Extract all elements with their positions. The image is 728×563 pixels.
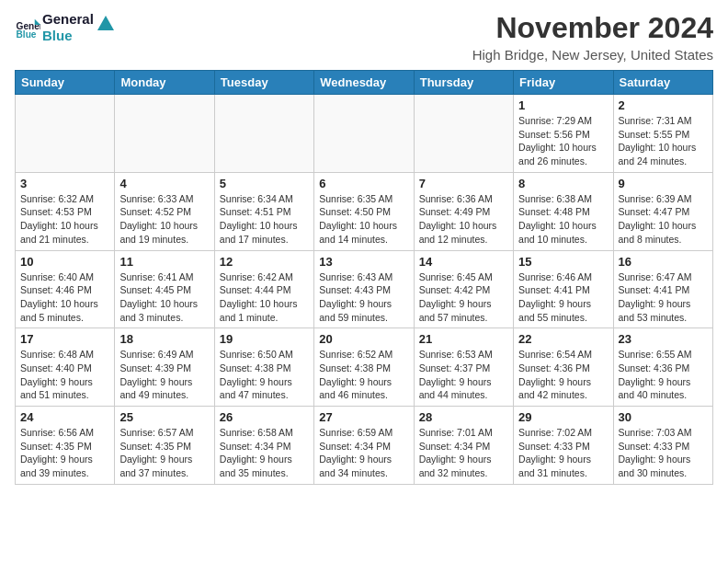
day-info: Sunrise: 6:38 AM Sunset: 4:48 PM Dayligh…: [518, 192, 608, 247]
day-info: Sunrise: 6:32 AM Sunset: 4:53 PM Dayligh…: [20, 192, 109, 247]
day-info: Sunrise: 7:31 AM Sunset: 5:55 PM Dayligh…: [619, 114, 708, 168]
calendar-cell: 24Sunrise: 6:56 AM Sunset: 4:35 PM Dayli…: [16, 407, 115, 485]
day-info: Sunrise: 7:01 AM Sunset: 4:34 PM Dayligh…: [419, 426, 508, 480]
day-number: 10: [20, 255, 109, 269]
calendar-cell: 13Sunrise: 6:43 AM Sunset: 4:43 PM Dayli…: [314, 250, 414, 328]
column-header-saturday: Saturday: [613, 71, 712, 95]
calendar-cell: 19Sunrise: 6:50 AM Sunset: 4:38 PM Dayli…: [214, 328, 313, 407]
calendar-cell: 15Sunrise: 6:46 AM Sunset: 4:41 PM Dayli…: [514, 250, 613, 328]
svg-marker-3: [97, 16, 114, 30]
calendar-cell: 14Sunrise: 6:45 AM Sunset: 4:42 PM Dayli…: [414, 250, 513, 328]
day-info: Sunrise: 6:34 AM Sunset: 4:51 PM Dayligh…: [220, 192, 309, 247]
day-info: Sunrise: 6:45 AM Sunset: 4:42 PM Dayligh…: [419, 270, 508, 325]
day-number: 26: [220, 410, 309, 424]
day-info: Sunrise: 6:53 AM Sunset: 4:37 PM Dayligh…: [419, 348, 508, 402]
column-header-sunday: Sunday: [16, 71, 115, 95]
calendar-cell: 30Sunrise: 7:03 AM Sunset: 4:33 PM Dayli…: [613, 407, 712, 485]
logo-triangle-icon: [96, 14, 116, 34]
month-title: November 2024: [472, 11, 713, 45]
calendar-cell: [115, 95, 214, 173]
location: High Bridge, New Jersey, United States: [472, 47, 713, 63]
day-info: Sunrise: 6:46 AM Sunset: 4:41 PM Dayligh…: [518, 270, 608, 325]
title-block: November 2024 High Bridge, New Jersey, U…: [472, 11, 713, 63]
calendar-cell: 3Sunrise: 6:32 AM Sunset: 4:53 PM Daylig…: [16, 172, 115, 250]
calendar-cell: 21Sunrise: 6:53 AM Sunset: 4:37 PM Dayli…: [414, 328, 513, 407]
calendar-cell: 1Sunrise: 7:29 AM Sunset: 5:56 PM Daylig…: [514, 95, 613, 173]
svg-text:Blue: Blue: [17, 29, 37, 40]
day-info: Sunrise: 6:36 AM Sunset: 4:49 PM Dayligh…: [419, 192, 508, 247]
calendar-cell: 5Sunrise: 6:34 AM Sunset: 4:51 PM Daylig…: [214, 172, 313, 250]
day-info: Sunrise: 6:52 AM Sunset: 4:38 PM Dayligh…: [319, 348, 408, 402]
calendar-cell: 16Sunrise: 6:47 AM Sunset: 4:41 PM Dayli…: [613, 250, 712, 328]
calendar-cell: 7Sunrise: 6:36 AM Sunset: 4:49 PM Daylig…: [414, 172, 513, 250]
calendar-cell: 10Sunrise: 6:40 AM Sunset: 4:46 PM Dayli…: [16, 250, 115, 328]
calendar-cell: 29Sunrise: 7:02 AM Sunset: 4:33 PM Dayli…: [514, 407, 613, 485]
logo-blue: Blue: [42, 28, 94, 44]
calendar-cell: 2Sunrise: 7:31 AM Sunset: 5:55 PM Daylig…: [613, 95, 712, 173]
calendar-cell: 26Sunrise: 6:58 AM Sunset: 4:34 PM Dayli…: [214, 407, 313, 485]
day-info: Sunrise: 7:03 AM Sunset: 4:33 PM Dayligh…: [619, 426, 708, 480]
calendar-cell: 27Sunrise: 6:59 AM Sunset: 4:34 PM Dayli…: [314, 407, 414, 485]
calendar-cell: 4Sunrise: 6:33 AM Sunset: 4:52 PM Daylig…: [115, 172, 214, 250]
calendar-cell: 22Sunrise: 6:54 AM Sunset: 4:36 PM Dayli…: [514, 328, 613, 407]
calendar-cell: 9Sunrise: 6:39 AM Sunset: 4:47 PM Daylig…: [613, 172, 712, 250]
day-info: Sunrise: 6:47 AM Sunset: 4:41 PM Dayligh…: [619, 270, 708, 325]
day-number: 4: [119, 177, 209, 190]
day-number: 7: [419, 177, 508, 190]
day-number: 25: [119, 410, 209, 424]
day-number: 11: [119, 255, 209, 269]
logo-general: General: [42, 11, 94, 28]
day-info: Sunrise: 6:54 AM Sunset: 4:36 PM Dayligh…: [518, 348, 608, 402]
day-number: 20: [319, 332, 408, 346]
logo-icon: General Blue: [15, 15, 40, 40]
calendar-cell: [314, 95, 414, 173]
day-number: 12: [220, 255, 309, 269]
day-number: 17: [20, 332, 109, 346]
calendar-cell: 23Sunrise: 6:55 AM Sunset: 4:36 PM Dayli…: [613, 328, 712, 407]
day-info: Sunrise: 6:50 AM Sunset: 4:38 PM Dayligh…: [220, 348, 309, 402]
calendar-table: SundayMondayTuesdayWednesdayThursdayFrid…: [15, 70, 713, 485]
day-info: Sunrise: 6:49 AM Sunset: 4:39 PM Dayligh…: [119, 348, 209, 402]
day-info: Sunrise: 6:33 AM Sunset: 4:52 PM Dayligh…: [119, 192, 209, 247]
column-header-friday: Friday: [514, 71, 613, 95]
day-info: Sunrise: 6:35 AM Sunset: 4:50 PM Dayligh…: [319, 192, 408, 247]
day-number: 13: [319, 255, 408, 269]
day-number: 6: [319, 177, 408, 190]
calendar-cell: [16, 95, 115, 173]
day-number: 14: [419, 255, 508, 269]
day-number: 21: [419, 332, 508, 346]
day-number: 15: [518, 255, 608, 269]
week-row-0: 1Sunrise: 7:29 AM Sunset: 5:56 PM Daylig…: [16, 95, 713, 173]
day-number: 1: [518, 98, 608, 112]
day-number: 28: [419, 410, 508, 424]
calendar-cell: 25Sunrise: 6:57 AM Sunset: 4:35 PM Dayli…: [115, 407, 214, 485]
day-info: Sunrise: 6:55 AM Sunset: 4:36 PM Dayligh…: [619, 348, 708, 402]
week-row-1: 3Sunrise: 6:32 AM Sunset: 4:53 PM Daylig…: [16, 172, 713, 250]
day-number: 18: [119, 332, 209, 346]
day-info: Sunrise: 6:43 AM Sunset: 4:43 PM Dayligh…: [319, 270, 408, 325]
calendar-cell: 28Sunrise: 7:01 AM Sunset: 4:34 PM Dayli…: [414, 407, 513, 485]
calendar-header-row: SundayMondayTuesdayWednesdayThursdayFrid…: [16, 71, 713, 95]
column-header-monday: Monday: [115, 71, 214, 95]
day-info: Sunrise: 6:48 AM Sunset: 4:40 PM Dayligh…: [20, 348, 109, 402]
day-number: 29: [518, 410, 608, 424]
week-row-2: 10Sunrise: 6:40 AM Sunset: 4:46 PM Dayli…: [16, 250, 713, 328]
calendar-cell: 17Sunrise: 6:48 AM Sunset: 4:40 PM Dayli…: [16, 328, 115, 407]
day-number: 16: [619, 255, 708, 269]
calendar-wrap: SundayMondayTuesdayWednesdayThursdayFrid…: [0, 70, 728, 492]
week-row-4: 24Sunrise: 6:56 AM Sunset: 4:35 PM Dayli…: [16, 407, 713, 485]
day-info: Sunrise: 6:40 AM Sunset: 4:46 PM Dayligh…: [20, 270, 109, 325]
column-header-wednesday: Wednesday: [314, 71, 414, 95]
day-info: Sunrise: 7:29 AM Sunset: 5:56 PM Dayligh…: [518, 114, 608, 168]
calendar-cell: 8Sunrise: 6:38 AM Sunset: 4:48 PM Daylig…: [514, 172, 613, 250]
calendar-cell: 18Sunrise: 6:49 AM Sunset: 4:39 PM Dayli…: [115, 328, 214, 407]
day-number: 27: [319, 410, 408, 424]
day-number: 24: [20, 410, 109, 424]
day-number: 19: [220, 332, 309, 346]
day-number: 2: [619, 98, 708, 112]
day-number: 22: [518, 332, 608, 346]
calendar-cell: [214, 95, 313, 173]
day-number: 3: [20, 177, 109, 190]
day-number: 5: [220, 177, 309, 190]
day-info: Sunrise: 6:42 AM Sunset: 4:44 PM Dayligh…: [220, 270, 309, 325]
